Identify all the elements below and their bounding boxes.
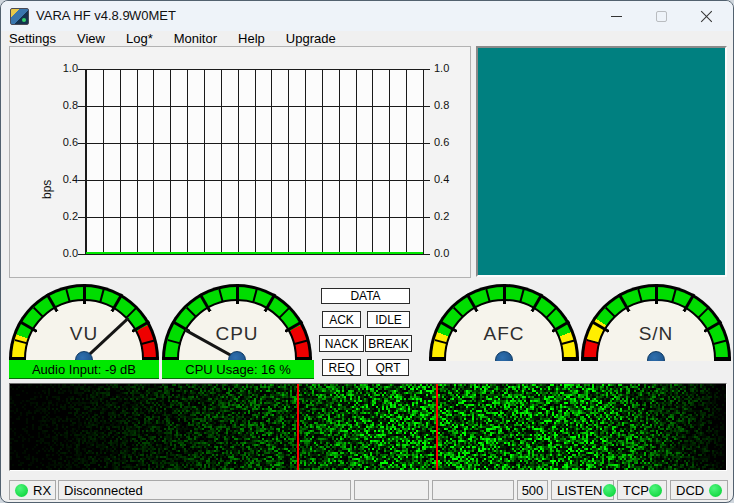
afc-label: AFC [429, 323, 579, 345]
status-listen-label: LISTEN [557, 483, 603, 498]
menu-monitor[interactable]: Monitor [174, 31, 217, 46]
app-icon [10, 8, 29, 25]
spectrum-display [476, 46, 727, 277]
y-tick-right-2: 0.6 [434, 136, 472, 148]
status-bandwidth: 500 [517, 480, 548, 500]
maximize-button[interactable] [639, 1, 684, 31]
titlebar: VARA HF v4.8.9 W0MET [1, 1, 733, 31]
maximize-icon [656, 11, 667, 22]
frame-indicator-req: REQ [322, 359, 361, 376]
close-button[interactable] [684, 1, 729, 31]
bps-chart-panel: bps 1.0 0.8 0.6 0.4 0.2 0.0 1.0 0.8 0.6 … [9, 46, 471, 278]
vu-dial: VU [9, 284, 159, 361]
frame-indicator-qrt: QRT [367, 359, 409, 376]
frame-indicator-data: DATA [321, 288, 410, 304]
menu-help[interactable]: Help [238, 31, 265, 46]
cpu-dial: CPU [162, 284, 312, 361]
rx-indicator-dot [15, 484, 28, 497]
status-panel-empty-1 [354, 480, 429, 500]
vu-label: VU [9, 323, 159, 345]
close-icon [700, 10, 713, 23]
afc-dial: AFC [429, 284, 579, 361]
minimize-button[interactable] [594, 1, 639, 31]
gauge-afc: AFC [429, 284, 579, 361]
status-panel-empty-2 [432, 480, 514, 500]
plot-area [85, 69, 424, 255]
gauge-cpu: CPU [162, 284, 312, 361]
y-tick-left-0: 1.0 [40, 62, 78, 74]
sn-label: S/N [581, 323, 731, 345]
status-dcd-label: DCD [676, 483, 704, 498]
frame-indicator-ack: ACK [322, 311, 361, 328]
status-rx-label: RX [33, 483, 51, 498]
gauge-vu: VU [9, 284, 159, 361]
y-tick-left-2: 0.6 [40, 136, 78, 148]
tcp-indicator-dot [649, 484, 662, 497]
menu-view[interactable]: View [77, 31, 105, 46]
y-tick-left-3: 0.4 [40, 173, 78, 185]
y-tick-right-0: 1.0 [434, 62, 472, 74]
menu-log[interactable]: Log* [126, 31, 153, 46]
listen-indicator-dot [603, 484, 616, 497]
status-listen-panel: LISTEN [551, 480, 614, 500]
y-tick-left-4: 0.2 [40, 210, 78, 222]
minimize-icon [611, 16, 622, 17]
y-tick-right-3: 0.4 [434, 173, 472, 185]
y-tick-left-5: 0.0 [40, 247, 78, 259]
y-tick-right-4: 0.2 [434, 210, 472, 222]
menu-settings[interactable]: Settings [9, 31, 56, 46]
frame-indicator-nack: NACK [319, 335, 364, 352]
dcd-indicator-dot [709, 484, 722, 497]
y-tick-right-5: 0.0 [434, 247, 472, 259]
waterfall-canvas [10, 384, 726, 470]
window-callsign: W0MET [129, 8, 176, 23]
status-rx-panel: RX [9, 480, 56, 500]
gauge-sn: S/N [581, 284, 731, 361]
frame-indicator-break: BREAK [365, 335, 412, 352]
menubar: Settings View Log* Monitor Help Upgrade [1, 31, 733, 46]
vara-hf-window: VARA HF v4.8.9 W0MET Settings View Log* … [0, 0, 734, 503]
right-axis-ticks [423, 69, 430, 255]
cpu-label: CPU [162, 323, 312, 345]
menu-upgrade[interactable]: Upgrade [286, 31, 336, 46]
y-tick-left-1: 0.8 [40, 99, 78, 111]
waterfall-panel [9, 383, 727, 471]
cpu-reading-bar: CPU Usage: 16 % [162, 360, 314, 379]
throughput-line [86, 252, 423, 254]
left-axis-ticks [78, 69, 85, 255]
status-tcp-label: TCP [623, 483, 649, 498]
vu-reading-bar: Audio Input: -9 dB [9, 360, 159, 379]
status-connection: Disconnected [58, 480, 351, 500]
status-dcd-panel: DCD [670, 480, 728, 500]
sn-dial: S/N [581, 284, 731, 361]
window-title: VARA HF v4.8.9 [36, 8, 130, 23]
status-tcp-panel: TCP [617, 480, 667, 500]
frame-indicator-idle: IDLE [367, 311, 410, 328]
y-tick-right-1: 0.8 [434, 99, 472, 111]
